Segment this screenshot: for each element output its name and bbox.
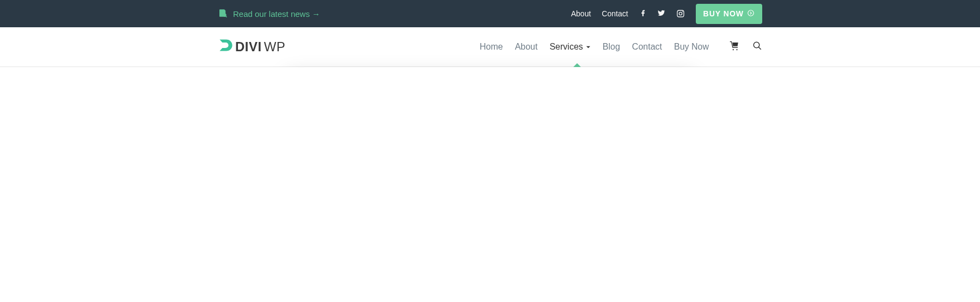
logo-icon [218, 38, 233, 56]
svg-point-6 [754, 42, 759, 48]
buy-now-top-button[interactable]: BUY NOW [696, 4, 762, 24]
main-nav: Home About Services Blog Contact Buy Now [480, 42, 709, 52]
topbar: Read our latest news → About Contact BUY… [0, 0, 980, 27]
logo-text-wp: WP [264, 39, 286, 55]
svg-line-1 [225, 16, 226, 17]
logo[interactable]: DIVIWP [218, 38, 285, 56]
svg-point-4 [682, 11, 683, 13]
svg-point-3 [679, 12, 682, 15]
document-search-icon [218, 8, 228, 20]
twitter-icon[interactable] [658, 9, 666, 18]
news-text: Read our latest news → [233, 9, 320, 19]
nav-blog[interactable]: Blog [603, 42, 620, 52]
logo-text-divi: DIVI [235, 39, 262, 55]
nav-services-label: Services [549, 42, 583, 52]
arrow-circle-icon [747, 9, 755, 19]
top-link-about[interactable]: About [571, 9, 591, 18]
search-icon[interactable] [752, 41, 762, 53]
cart-icon[interactable] [730, 41, 739, 53]
nav-services[interactable]: Services [549, 42, 590, 52]
instagram-icon[interactable] [676, 9, 685, 18]
nav-buy-now[interactable]: Buy Now [674, 42, 709, 52]
nav-about[interactable]: About [515, 42, 538, 52]
chevron-down-icon [586, 42, 591, 52]
nav-contact[interactable]: Contact [632, 42, 662, 52]
facebook-icon[interactable] [639, 9, 648, 18]
buy-now-top-label: BUY NOW [703, 9, 744, 18]
mainbar: DIVIWP Home About Services Blog Contact … [0, 27, 980, 67]
svg-point-5 [748, 10, 754, 16]
nav-home[interactable]: Home [480, 42, 503, 52]
news-link[interactable]: Read our latest news → [218, 8, 320, 20]
svg-line-7 [758, 47, 761, 50]
top-link-contact[interactable]: Contact [602, 9, 628, 18]
dropdown-caret-icon [573, 63, 581, 67]
